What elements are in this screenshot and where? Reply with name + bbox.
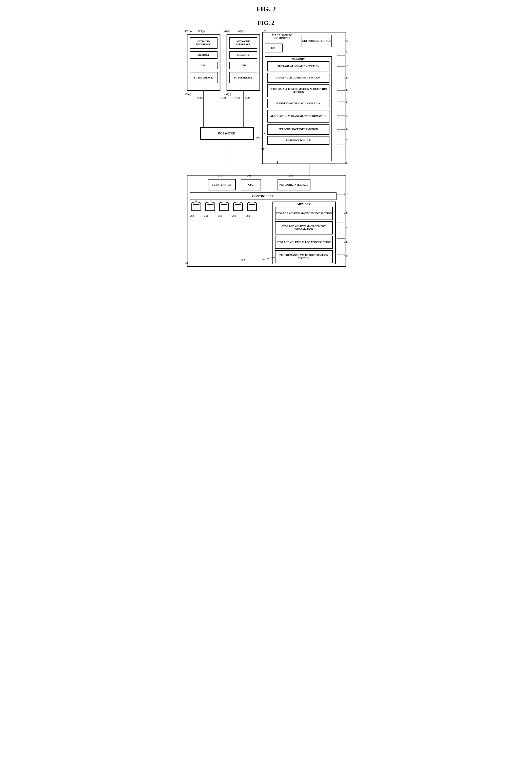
ref-260: 260: [190, 214, 194, 217]
perf-info-acq-section: PERFORMANCE INFORMATION ACQUISITION SECT…: [267, 84, 329, 97]
ref-101: 101: [262, 30, 267, 33]
net-if-ctrl: NETWORK INTERFACE: [278, 179, 310, 190]
ref-110: 110: [344, 65, 348, 68]
ref-250: 250: [344, 255, 348, 258]
ref-130: 130: [344, 88, 348, 91]
ref-500: 500: [256, 136, 260, 139]
ref-170: 170: [344, 139, 348, 142]
ref-140: 140: [344, 101, 348, 104]
net-if-b: NETWORK INTERFACE: [229, 37, 257, 49]
ref-201: 201: [247, 174, 251, 177]
net-if-mgmt: NETWORK INTERFACE: [302, 35, 332, 47]
cpu-ctrl: CPU: [241, 179, 261, 190]
ref-400a: 400(a): [196, 96, 203, 99]
ref-401a: 401(a): [185, 93, 191, 96]
ref-403a: 403(a): [198, 30, 205, 33]
ref-262: 262: [218, 214, 222, 217]
storage-alloc-section: STORAGE ALLOCATION SECTION: [267, 61, 329, 71]
storage-vol-mgmt-info: STORAGE VOLUME MANAGEMENT INFORMATION: [275, 221, 333, 234]
page-title: FIG. 2: [183, 5, 350, 13]
mgmt-computer-label: MANAGEMENTCOMPUTER: [264, 33, 302, 40]
ref-402b: 402(b): [223, 30, 230, 33]
ref-300: 300: [344, 161, 348, 164]
net-if-a: NETWORK INTERFACE: [190, 37, 218, 49]
ref-210: 210: [344, 192, 348, 195]
ref-150: 150: [344, 114, 348, 117]
ref-202: 202: [241, 258, 245, 261]
svg-line-39: [261, 258, 272, 260]
fig-title: FIG. 2: [258, 19, 274, 26]
ref-220: 220: [344, 211, 348, 214]
memory-a: MEMORY: [190, 51, 218, 59]
ref-263: 263: [232, 214, 236, 217]
ref-100: 100: [344, 50, 348, 53]
threshold-comp-section: THRESHOLD COMPOSING SECTION: [267, 73, 329, 83]
storage-vol-alloc: STORAGE VOLUME ALLOCATION SECTION: [275, 236, 333, 249]
fc-if-a: FC INTERFACE: [190, 72, 218, 83]
cpu-b: CPU: [229, 62, 257, 69]
warning-notif-section: WARNING NOTIFICATION SECTION: [267, 99, 329, 108]
ref-401b: 401(b): [224, 93, 231, 96]
ref-410a: 410(a): [219, 96, 226, 99]
fc-if-b: FC INTERFACE: [229, 72, 257, 83]
memory-b: MEMORY: [229, 51, 257, 59]
ref-402a: 402(a): [185, 30, 192, 33]
ref-270: 270: [218, 174, 222, 177]
perf-info: PERFORMANCE INFORMATION: [267, 124, 329, 135]
ref-160: 160: [344, 127, 348, 130]
fc-switch: FC SWITCH: [200, 127, 253, 140]
ref-102: 102: [261, 147, 265, 150]
perf-val-notif: PERFORMANCE VALUE NOTIFICATION SECTION: [275, 250, 333, 263]
ref-103: 103: [344, 40, 348, 43]
ref-200: 200: [185, 261, 189, 264]
ref-261: 261: [204, 214, 208, 217]
cpu-a: CPU: [190, 62, 218, 69]
ref-400b: 400(b): [245, 96, 251, 99]
controller-bar: CONTROLLER: [190, 192, 337, 200]
ref-403b: 403(b): [237, 30, 244, 33]
memory-label: MEMORY: [292, 57, 305, 60]
cpu-mgmt: CPU: [265, 44, 283, 52]
memory-mgmt-outer: MEMORY: [265, 56, 332, 161]
mem-storage-label: MEMORY: [297, 203, 310, 206]
storage-vol-mgmt: STORAGE VOLUME MANAGEMENT SECTION: [275, 207, 333, 220]
ref-240: 240: [344, 240, 348, 243]
ref-203: 203: [289, 174, 293, 177]
fc-if-ctrl: FC INTERFACE: [208, 179, 236, 190]
threshold-val: THRESHOLD VALUE: [267, 136, 329, 145]
ref-230: 230: [344, 226, 348, 229]
ref-410b: 410(b): [233, 96, 240, 99]
ref-264: 264: [246, 214, 250, 217]
alloc-mgmt-info: ALLOCATION MANAGEMENT INFORMATION: [267, 110, 329, 123]
ref-120: 120: [344, 76, 348, 79]
